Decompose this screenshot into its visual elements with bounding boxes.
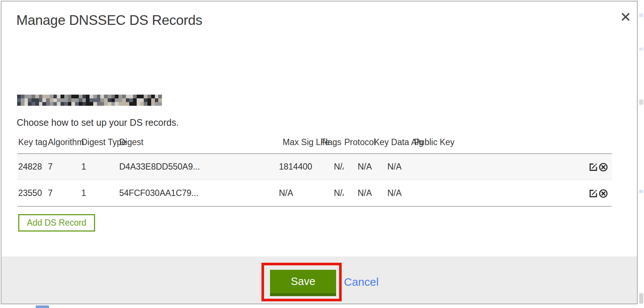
redaction-pixel	[137, 95, 140, 98]
redaction-pixel	[90, 98, 93, 102]
cell-key-data-alg: N/A	[373, 154, 413, 180]
delete-record-button[interactable]	[599, 163, 608, 172]
redaction-pixel	[147, 98, 151, 102]
redaction-pixel	[82, 102, 86, 106]
cancel-link[interactable]: Cancel	[344, 276, 378, 288]
background-content-fragment	[639, 293, 643, 304]
redaction-pixel	[93, 95, 97, 98]
redaction-pixel	[35, 102, 39, 106]
redaction-pixel	[50, 102, 53, 106]
redaction-pixel	[104, 102, 108, 106]
redaction-pixel	[133, 98, 137, 102]
redaction-pixel	[61, 98, 64, 102]
cell-key-data-alg: N/A	[373, 180, 413, 206]
col-header-protocol: Protocol	[344, 134, 373, 154]
redaction-pixel	[151, 98, 155, 102]
redaction-pixel	[97, 95, 101, 98]
col-header-public-key: Public Key	[413, 134, 583, 154]
redaction-pixel	[129, 98, 133, 102]
redaction-pixel	[25, 98, 28, 102]
redaction-pixel	[53, 102, 57, 106]
redaction-pixel	[137, 102, 140, 106]
redaction-pixel	[111, 102, 115, 106]
table-row: 23550 7 1 54FCF030AA1C79... N/A N/A N/A …	[17, 180, 612, 206]
add-ds-record-button[interactable]: Add DS Record	[18, 214, 95, 232]
close-button[interactable]	[619, 10, 632, 24]
redaction-pixel	[118, 98, 122, 102]
redaction-pixel	[42, 95, 46, 98]
redaction-pixel	[75, 95, 79, 98]
col-header-key-data-alg: Key Data Alg	[373, 134, 413, 154]
redaction-pixel	[158, 95, 162, 98]
redaction-pixel	[155, 102, 159, 106]
redaction-pixel	[25, 102, 28, 106]
redaction-pixel	[90, 102, 93, 106]
redaction-pixel	[137, 98, 140, 102]
redaction-pixel	[57, 95, 61, 98]
cell-digest-type: 1	[81, 180, 118, 206]
delete-icon	[599, 189, 608, 198]
redaction-pixel	[42, 102, 46, 106]
col-header-actions	[583, 134, 612, 154]
cell-key-tag: 24828	[17, 154, 47, 180]
redaction-pixel	[75, 102, 79, 106]
redaction-pixel	[46, 102, 50, 106]
cell-protocol: N/A	[344, 180, 373, 206]
redaction-pixel	[50, 98, 53, 102]
redaction-pixel	[57, 98, 61, 102]
ds-records-table: Key tag Algorithm Digest Type Digest Max…	[17, 134, 612, 207]
redaction-pixel	[35, 98, 39, 102]
dnssec-ds-records-modal: Manage DNSSEC DS Records Choose how to s…	[1, 1, 638, 304]
modal-title: Manage DNSSEC DS Records	[16, 13, 202, 28]
modal-footer: Save Cancel	[1, 256, 637, 304]
redaction-pixel	[140, 98, 144, 102]
redaction-pixel	[28, 98, 32, 102]
redaction-pixel	[115, 95, 118, 98]
col-header-max-sig-life: Max Sig Life	[278, 134, 320, 154]
redaction-pixel	[68, 95, 72, 98]
redaction-pixel	[126, 98, 130, 102]
redaction-pixel	[115, 102, 118, 106]
table-row: 24828 7 1 D4A33E8DD550A9... 1814400 N/A …	[17, 154, 612, 180]
cell-protocol: N/A	[344, 154, 373, 180]
redaction-pixel	[158, 98, 162, 102]
cell-public-key	[413, 180, 583, 206]
redaction-pixel	[126, 95, 130, 98]
col-header-digest-type: Digest Type	[81, 134, 118, 154]
redaction-pixel	[75, 98, 79, 102]
delete-record-button[interactable]	[599, 189, 608, 198]
redacted-domain-name	[17, 95, 162, 106]
redaction-pixel	[82, 95, 86, 98]
setup-instruction-text: Choose how to set up your DS records.	[17, 117, 179, 128]
edit-icon	[589, 163, 598, 172]
cell-algorithm: 7	[47, 180, 81, 206]
redaction-pixel	[111, 98, 115, 102]
redaction-pixel	[104, 95, 108, 98]
redaction-pixel	[68, 102, 72, 106]
background-page-sliver	[1, 305, 638, 308]
redaction-pixel	[86, 98, 90, 102]
redaction-pixel	[118, 95, 122, 98]
col-header-algorithm: Algorithm	[47, 134, 81, 154]
edit-record-button[interactable]	[589, 189, 598, 198]
redaction-pixel	[17, 102, 21, 106]
redaction-pixel	[100, 102, 104, 106]
background-content-fragment	[639, 190, 643, 193]
redaction-pixel	[61, 95, 64, 98]
redaction-pixel	[28, 95, 32, 98]
save-button[interactable]: Save	[270, 270, 336, 296]
redaction-pixel	[133, 102, 137, 106]
redaction-pixel	[42, 98, 46, 102]
edit-record-button[interactable]	[589, 163, 598, 172]
redaction-pixel	[64, 95, 68, 98]
redaction-pixel	[118, 102, 122, 106]
redaction-pixel	[115, 98, 118, 102]
col-header-key-tag: Key tag	[17, 134, 47, 154]
redaction-pixel	[64, 98, 68, 102]
redaction-pixel	[39, 98, 43, 102]
redaction-pixel	[21, 102, 25, 106]
redaction-pixel	[32, 102, 35, 106]
redaction-pixel	[151, 95, 155, 98]
redaction-pixel	[53, 95, 57, 98]
cell-key-tag: 23550	[17, 180, 47, 206]
